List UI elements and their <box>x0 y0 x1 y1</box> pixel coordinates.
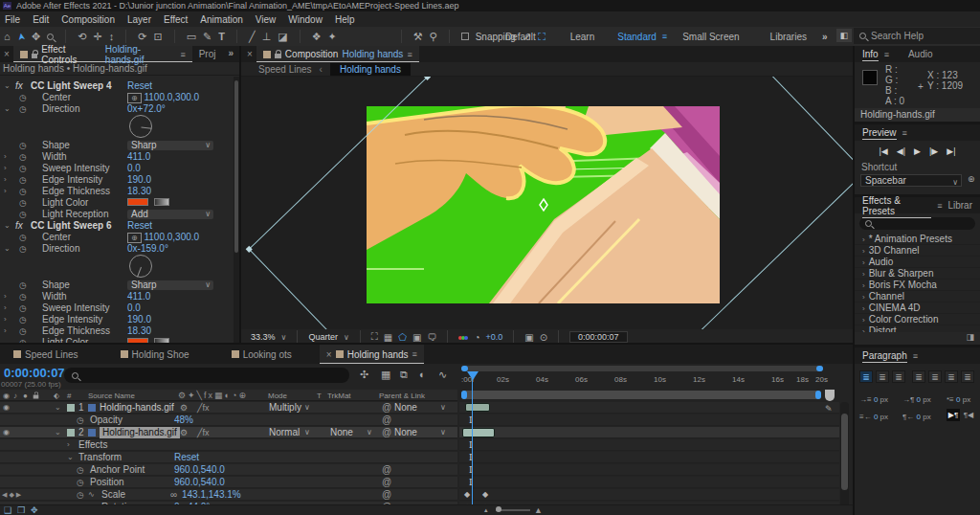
close-panel-icon[interactable]: × <box>241 46 256 62</box>
fx-category[interactable]: ›Color Correction <box>855 314 980 325</box>
workspace-small-screen[interactable]: Small Screen <box>667 32 754 42</box>
pickwhip-icon[interactable]: @ <box>382 464 391 476</box>
first-frame-icon[interactable]: |◀ <box>880 146 888 156</box>
exposure-value[interactable]: +0.0 <box>485 332 502 342</box>
justify-last-left-button[interactable]: ≣ <box>912 370 925 383</box>
pickwhip-icon[interactable]: @ <box>382 477 391 488</box>
property-value[interactable]: 18.30 <box>127 325 151 337</box>
home-tool-icon[interactable]: ⌂ <box>4 31 11 42</box>
tab-libraries[interactable]: Librar <box>947 200 972 211</box>
justify-all-button[interactable]: ≣ <box>961 370 974 383</box>
show-snapshot-icon[interactable]: ⊙ <box>540 332 547 343</box>
scrollbar-thumb[interactable] <box>841 414 848 490</box>
property-value[interactable]: 190.0 <box>127 314 151 325</box>
stopwatch-icon[interactable]: ◷ <box>77 464 84 476</box>
comp-marker-bin-icon[interactable] <box>825 390 835 401</box>
trkmat-dropdown[interactable]: None <box>330 427 353 438</box>
layer-row-1[interactable]: ◉ ⌄ 1 Holding-hands.gif ⚙ ╱fx Multiply ∨… <box>0 402 457 414</box>
first-line-indent-field[interactable]: *≡ 0 px <box>947 395 970 404</box>
fx-category[interactable]: ›* Animation Presets <box>855 234 980 245</box>
close-panel-icon[interactable]: × <box>0 46 13 62</box>
blend-mode-dropdown[interactable]: Multiply <box>269 402 301 414</box>
align-right-button[interactable]: ≣ <box>892 370 905 383</box>
clone-stamp-tool-icon[interactable]: ⊥ <box>262 31 272 43</box>
roto-brush-tool-icon[interactable]: ❖ <box>312 31 322 43</box>
shape-dropdown[interactable]: Sharp∨ <box>127 141 213 150</box>
tab-paragraph[interactable]: Paragraph <box>862 348 907 363</box>
transparency-grid-icon[interactable]: ▦ <box>384 332 392 343</box>
mode-column-header[interactable]: Mode <box>268 392 287 400</box>
menu-help[interactable]: Help <box>335 14 355 25</box>
dolly-camera-tool-icon[interactable]: ↕ <box>109 31 115 42</box>
pickwhip-icon[interactable]: @ <box>382 427 391 438</box>
breadcrumb-current[interactable]: Holding hands <box>330 63 411 76</box>
expand-render-pane-icon[interactable]: ❒ <box>17 505 25 515</box>
property-value[interactable]: 48% <box>174 414 193 426</box>
local-axis-mode-icon[interactable]: ⚒ <box>413 31 423 43</box>
align-center-button[interactable]: ≣ <box>876 370 889 383</box>
effect-header[interactable]: ⌄fx CC Light Sweep 6 Reset <box>0 220 234 232</box>
keyframe-navigator[interactable]: ◀◆▶ <box>2 489 23 501</box>
indent-right-field[interactable]: ≡← 0 px <box>859 413 888 421</box>
twirl-icon[interactable]: ⌄ <box>67 452 74 463</box>
quality-toggle-icon[interactable]: ⚙ <box>180 427 188 438</box>
type-tool-icon[interactable]: T <box>218 31 225 42</box>
region-of-interest-icon[interactable]: ⛶ <box>371 331 378 343</box>
shape-tool-icon[interactable]: ▭ <box>187 31 196 43</box>
hand-tool-icon[interactable]: ✥ <box>32 31 40 43</box>
justify-last-center-button[interactable]: ≣ <box>928 370 942 383</box>
property-value[interactable]: 411.0 <box>127 151 150 163</box>
stopwatch-icon[interactable]: ◷ <box>19 325 27 337</box>
fx-category[interactable]: ›Channel <box>855 291 980 302</box>
twirl-icon[interactable]: › <box>67 439 70 451</box>
breadcrumb-parent[interactable]: Speed Lines <box>258 64 312 75</box>
camera-preview-icon[interactable]: ⊛ <box>968 174 975 184</box>
stopwatch-icon[interactable]: ◷ <box>19 232 27 243</box>
world-axis-mode-icon[interactable]: ⚲ <box>430 31 437 43</box>
constrain-link-icon[interactable]: ∞ <box>170 489 177 501</box>
magnification-value[interactable]: 33.3% <box>251 332 276 342</box>
label-column-icon[interactable]: ⬖ <box>54 392 59 400</box>
zoom-slider-knob[interactable] <box>496 506 501 512</box>
space-before-field[interactable]: →¶ 0 px <box>902 395 931 404</box>
close-tab-icon[interactable]: × <box>326 349 332 360</box>
pen-tool-icon[interactable]: ✎ <box>203 31 212 43</box>
keyframe-icon[interactable]: ◆ <box>464 490 470 499</box>
workspace-learn[interactable]: Learn <box>553 32 612 42</box>
menu-animation[interactable]: Animation <box>200 14 242 25</box>
stopwatch-icon[interactable]: ◷ <box>19 92 27 103</box>
menu-layer[interactable]: Layer <box>127 14 151 25</box>
workspace-libraries[interactable]: Libraries <box>755 32 822 42</box>
property-value[interactable]: 1100.0,300.0 <box>144 232 199 242</box>
effect-reset-link[interactable]: Reset <box>127 80 152 92</box>
selection-tool-icon[interactable]: ➤ <box>15 32 27 41</box>
tab-effects-presets[interactable]: Effects & Presets <box>862 193 931 218</box>
stopwatch-icon[interactable]: ◷ <box>19 140 27 151</box>
zoom-in-mountain-icon[interactable]: ▲ <box>534 505 543 515</box>
pickwhip-icon[interactable]: @ <box>382 489 391 501</box>
direction-dial[interactable] <box>129 255 152 278</box>
stopwatch-icon[interactable]: ◷ <box>19 197 27 209</box>
tab-speed-lines[interactable]: Speed Lines <box>0 345 85 364</box>
fx-category[interactable]: ›Boris FX Mocha <box>855 280 980 291</box>
expand-in-out-pane-icon[interactable]: ❑ <box>4 505 11 515</box>
property-value[interactable]: 143.1,143.1% <box>182 489 241 501</box>
current-time-display[interactable]: 0:00:00:07 <box>4 366 65 380</box>
stopwatch-icon[interactable]: ◷ <box>19 243 27 255</box>
light-reception-dropdown[interactable]: Add∨ <box>127 210 213 219</box>
stopwatch-icon[interactable]: ◷ <box>19 314 27 325</box>
eraser-tool-icon[interactable]: ◪ <box>278 31 287 43</box>
work-area-bar[interactable] <box>461 391 821 399</box>
justify-last-right-button[interactable]: ≣ <box>945 370 958 383</box>
fx-category[interactable]: ›CINEMA 4D <box>855 302 980 314</box>
effect-reset-link[interactable]: Reset <box>127 220 152 232</box>
snapshot-camera-icon[interactable]: ▣ <box>524 332 533 343</box>
layer-color-label[interactable] <box>67 429 75 437</box>
bbox-handle[interactable] <box>246 246 253 253</box>
property-value[interactable]: 0x-159.0° <box>127 243 168 255</box>
solo-column-icon[interactable]: ● <box>23 392 28 400</box>
menu-edit[interactable]: Edit <box>33 14 49 25</box>
next-frame-icon[interactable]: |▶ <box>929 146 938 156</box>
stopwatch-icon[interactable]: ◷ <box>19 186 27 197</box>
source-name-column-header[interactable]: Source Name <box>88 392 135 400</box>
